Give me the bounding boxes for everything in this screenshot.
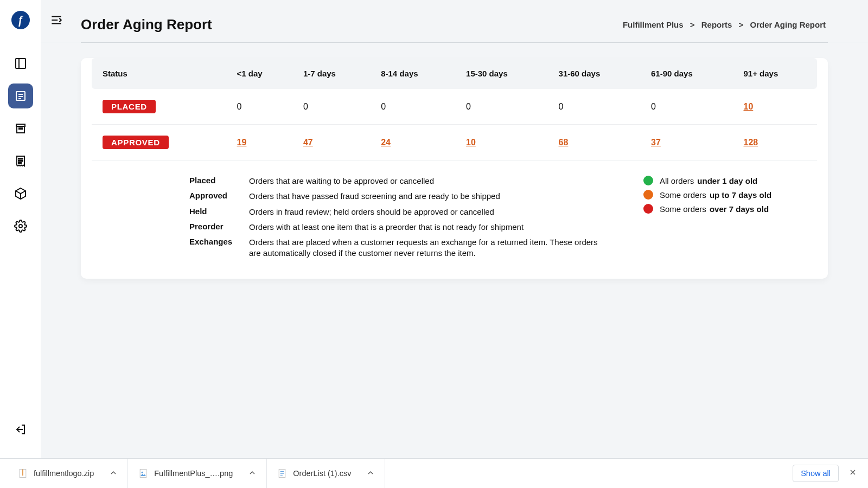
definitions: PlacedOrders that are waiting to be appr… (189, 176, 611, 264)
column-header: 91+ days (736, 58, 817, 89)
definition-term: Approved (189, 191, 249, 202)
breadcrumb-current: Order Aging Report (750, 20, 826, 29)
breadcrumb-root[interactable]: Fulfillment Plus (623, 20, 684, 29)
legend-text: Some orders (660, 204, 706, 214)
legend-row: All ordersunder 1 day old (643, 176, 806, 185)
svg-rect-0 (16, 59, 25, 68)
definition-term: Held (189, 207, 249, 217)
status-pill: PLACED (103, 100, 156, 113)
aging-count-link[interactable]: 19 (237, 138, 247, 147)
header-divider (81, 42, 828, 43)
brand-letter: f (18, 14, 22, 27)
nav-settings[interactable] (8, 214, 33, 239)
definition-row: HeldOrders in fraud review; held orders … (189, 207, 611, 217)
chevron-up-icon[interactable] (109, 468, 118, 479)
definition-row: PreorderOrders with at least one item th… (189, 222, 611, 233)
aging-count-link[interactable]: 128 (743, 138, 758, 147)
aging-count: 0 (559, 102, 564, 111)
definition-desc: Orders that are placed when a customer r… (249, 237, 611, 259)
svg-point-8 (19, 224, 22, 228)
nav-logout[interactable] (8, 417, 33, 442)
svg-rect-6 (18, 160, 23, 162)
column-header: <1 day (229, 58, 296, 89)
aging-table: Status<1 day1-7 days8-14 days15-30 days3… (92, 58, 817, 160)
legend-bold: under 1 day old (697, 176, 757, 185)
download-item[interactable]: OrderList (1).csv (267, 459, 385, 488)
table-row: PLACED00000010 (92, 89, 817, 125)
aging-count-link[interactable]: 10 (466, 138, 476, 147)
status-pill: APPROVED (103, 136, 169, 149)
legend-dot-icon (643, 190, 653, 200)
definition-row: ExchangesOrders that are placed when a c… (189, 237, 611, 259)
breadcrumb-reports[interactable]: Reports (701, 20, 732, 29)
legend: All ordersunder 1 day oldSome ordersup t… (643, 176, 806, 264)
aging-count-link[interactable]: 47 (303, 138, 313, 147)
definition-desc: Orders that are waiting to be approved o… (249, 176, 611, 187)
downloads-bar: fulfillmentlogo.zipFulfillmentPlus_….png… (0, 458, 868, 488)
breadcrumb-sep: > (690, 20, 695, 29)
file-icon (277, 467, 288, 479)
definition-row: ApprovedOrders that have passed fraud sc… (189, 191, 611, 202)
show-all-downloads-button[interactable]: Show all (793, 465, 839, 482)
download-item[interactable]: FulfillmentPlus_….png (128, 459, 267, 488)
main-area: Order Aging Report Fulfillment Plus > Re… (41, 0, 868, 458)
definition-term: Exchanges (189, 237, 249, 259)
aging-count-link[interactable]: 24 (381, 138, 391, 147)
toggle-sidebar-button[interactable] (49, 13, 63, 29)
sidebar: f (0, 0, 41, 458)
download-item[interactable]: fulfillmentlogo.zip (8, 459, 128, 488)
brand-logo[interactable]: f (11, 11, 30, 29)
report-card: Status<1 day1-7 days8-14 days15-30 days3… (81, 58, 828, 279)
download-filename: OrderList (1).csv (293, 469, 351, 478)
column-header: 15-30 days (458, 58, 551, 89)
legend-bold: over 7 days old (710, 204, 769, 214)
legend-text: Some orders (660, 190, 706, 200)
legend-row: Some ordersup to 7 days old (643, 190, 806, 200)
breadcrumb: Fulfillment Plus > Reports > Order Aging… (621, 20, 828, 29)
file-icon (138, 467, 149, 479)
breadcrumb-sep: > (739, 20, 744, 29)
aging-count-link[interactable]: 37 (651, 138, 661, 147)
page-title: Order Aging Report (81, 16, 212, 33)
column-header: Status (92, 58, 229, 89)
svg-rect-11 (140, 470, 146, 478)
svg-point-12 (142, 472, 143, 473)
definition-desc: Orders with at least one item that is a … (249, 222, 611, 233)
close-downloads-button[interactable] (845, 465, 860, 482)
download-filename: FulfillmentPlus_….png (154, 469, 233, 478)
legend-row: Some ordersover 7 days old (643, 204, 806, 214)
definition-term: Preorder (189, 222, 249, 233)
nav-reports[interactable] (8, 84, 33, 108)
download-filename: fulfillmentlogo.zip (34, 469, 94, 478)
aging-count: 0 (303, 102, 308, 111)
column-header: 8-14 days (373, 58, 458, 89)
legend-text: All orders (660, 176, 694, 185)
aging-count: 0 (466, 102, 471, 111)
aging-count: 0 (651, 102, 656, 111)
nav-dashboard[interactable] (8, 51, 33, 76)
definition-row: PlacedOrders that are waiting to be appr… (189, 176, 611, 187)
svg-rect-5 (18, 158, 23, 159)
svg-rect-7 (18, 163, 21, 164)
aging-count-link[interactable]: 10 (743, 102, 753, 111)
definition-term: Placed (189, 176, 249, 187)
column-header: 61-90 days (643, 58, 736, 89)
file-icon (17, 467, 28, 479)
definition-desc: Orders that have passed fraud screening … (249, 191, 611, 202)
column-header: 1-7 days (296, 58, 373, 89)
column-header: 31-60 days (551, 58, 643, 89)
aging-count: 0 (237, 102, 242, 111)
svg-rect-4 (19, 128, 22, 129)
chevron-up-icon[interactable] (248, 468, 257, 479)
legend-dot-icon (643, 204, 653, 214)
legend-bold: up to 7 days old (710, 190, 771, 200)
table-row: APPROVED194724106837128 (92, 125, 817, 160)
svg-rect-10 (22, 470, 23, 476)
nav-package[interactable] (8, 181, 33, 206)
nav-receipt[interactable] (8, 149, 33, 174)
definition-desc: Orders in fraud review; held orders shou… (249, 207, 611, 217)
nav-archive[interactable] (8, 116, 33, 141)
chevron-up-icon[interactable] (366, 468, 375, 479)
aging-count-link[interactable]: 68 (559, 138, 569, 147)
aging-count: 0 (381, 102, 386, 111)
